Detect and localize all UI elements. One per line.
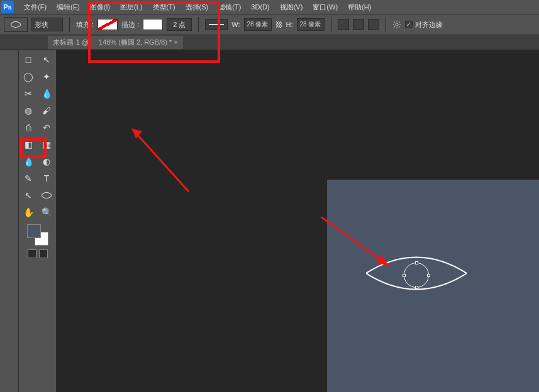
pen-tool[interactable]: ✎ bbox=[19, 170, 37, 187]
fill-label: 填充 : bbox=[76, 20, 94, 30]
foreground-color-swatch[interactable] bbox=[27, 224, 41, 238]
eraser-tool[interactable]: ◧ bbox=[19, 136, 37, 153]
gradient-tool[interactable]: ▦ bbox=[38, 136, 55, 153]
path-combine-button[interactable] bbox=[338, 19, 349, 30]
anchor-point[interactable] bbox=[403, 274, 406, 277]
active-tool-icon[interactable] bbox=[4, 17, 28, 32]
workspace: □ ↖ ◯ ✦ ✂ 💧 ◍ 🖌 ⎙ ↶ ◧ ▦ 💧 ◐ ✎ T ↖ ✋ 🔍 bbox=[0, 50, 539, 392]
stroke-swatch[interactable] bbox=[143, 19, 163, 30]
magic-wand-tool[interactable]: ✦ bbox=[38, 68, 55, 85]
menu-select[interactable]: 选择(S) bbox=[181, 3, 214, 12]
path-align-button[interactable] bbox=[353, 19, 364, 30]
blur-tool[interactable]: 💧 bbox=[19, 153, 37, 170]
document-tab-2[interactable]: 148% (椭圆 2, RGB/8) * × bbox=[94, 36, 183, 49]
eyedropper-tool[interactable]: 💧 bbox=[38, 85, 55, 102]
path-selection-tool[interactable]: ↖ bbox=[19, 187, 37, 204]
menu-type[interactable]: 类型(T) bbox=[148, 3, 181, 12]
svg-point-0 bbox=[395, 23, 397, 26]
anchor-point[interactable] bbox=[415, 286, 418, 289]
menu-help[interactable]: 帮助(H) bbox=[343, 3, 376, 12]
shape-tool[interactable] bbox=[38, 187, 55, 204]
anchor-point[interactable] bbox=[427, 274, 430, 277]
link-wh-icon[interactable]: ⛓ bbox=[275, 21, 282, 28]
history-brush-tool[interactable]: ↶ bbox=[38, 119, 55, 136]
stroke-width-input[interactable]: 2 点 bbox=[167, 18, 192, 31]
healing-tool[interactable]: ◍ bbox=[19, 102, 37, 119]
ellipse-icon bbox=[42, 192, 52, 199]
svg-line-7 bbox=[394, 26, 394, 27]
options-bar: 形状 填充 : 描边 : 2 点 W: 28 像素 ⛓ H: 28 像素 ✓ 对… bbox=[0, 14, 539, 35]
svg-line-6 bbox=[399, 26, 399, 27]
align-edges-checkbox[interactable]: ✓ 对齐边缘 bbox=[405, 20, 443, 30]
menubar: Ps 文件(F) 编辑(E) 图像(I) 图层(L) 类型(T) 选择(S) 滤… bbox=[0, 0, 539, 14]
svg-line-5 bbox=[394, 22, 394, 23]
document-tabbar: 未标题-1 @ 148% (椭圆 2, RGB/8) * × bbox=[0, 35, 539, 50]
separator bbox=[198, 17, 199, 32]
width-label: W: bbox=[231, 21, 240, 28]
separator bbox=[331, 17, 331, 32]
color-swatches[interactable] bbox=[27, 224, 48, 246]
toolbar: □ ↖ ◯ ✦ ✂ 💧 ◍ 🖌 ⎙ ↶ ◧ ▦ 💧 ◐ ✎ T ↖ ✋ 🔍 bbox=[19, 50, 57, 392]
menu-filter[interactable]: 滤镜(T) bbox=[213, 3, 246, 12]
document-tab-1[interactable]: 未标题-1 @ bbox=[48, 36, 94, 49]
separator bbox=[69, 17, 70, 32]
lasso-tool[interactable]: ◯ bbox=[19, 68, 37, 85]
stamp-tool[interactable]: ⎙ bbox=[19, 119, 37, 136]
eye-pupil-ellipse[interactable] bbox=[404, 263, 429, 288]
stroke-label: 描边 : bbox=[121, 20, 139, 30]
menu-file[interactable]: 文件(F) bbox=[19, 3, 52, 12]
brush-tool[interactable]: 🖌 bbox=[38, 102, 55, 119]
gear-icon[interactable] bbox=[392, 20, 401, 29]
svg-line-8 bbox=[399, 22, 399, 23]
height-label: H: bbox=[286, 21, 293, 28]
stroke-line-icon bbox=[209, 24, 224, 25]
width-input[interactable]: 28 像素 bbox=[244, 18, 272, 31]
ps-logo: Ps bbox=[1, 1, 14, 13]
marquee-tool[interactable]: □ bbox=[19, 52, 37, 68]
canvas[interactable] bbox=[327, 180, 539, 392]
height-input[interactable]: 28 像素 bbox=[297, 18, 325, 31]
quick-mask-button[interactable] bbox=[28, 249, 36, 258]
path-arrange-button[interactable] bbox=[368, 19, 379, 30]
menu-layer[interactable]: 图层(L) bbox=[115, 3, 147, 12]
menu-image[interactable]: 图像(I) bbox=[85, 3, 115, 12]
separator bbox=[386, 17, 386, 32]
zoom-tool[interactable]: 🔍 bbox=[38, 204, 55, 220]
anchor-point[interactable] bbox=[415, 261, 418, 264]
menu-edit[interactable]: 编辑(E) bbox=[52, 3, 85, 12]
menu-window[interactable]: 窗口(W) bbox=[308, 3, 343, 12]
type-tool[interactable]: T bbox=[38, 170, 55, 187]
dodge-tool[interactable]: ◐ bbox=[38, 153, 55, 170]
canvas-area[interactable] bbox=[57, 50, 539, 392]
fill-swatch[interactable] bbox=[97, 19, 118, 30]
ellipse-icon bbox=[11, 21, 21, 28]
align-edges-label: 对齐边缘 bbox=[415, 20, 443, 30]
crop-tool[interactable]: ✂ bbox=[19, 85, 37, 102]
tool-mode-dropdown[interactable]: 形状 bbox=[31, 18, 63, 31]
checkbox-icon: ✓ bbox=[405, 21, 413, 28]
move-tool[interactable]: ↖ bbox=[38, 52, 55, 68]
menu-view[interactable]: 视图(V) bbox=[275, 3, 308, 12]
collapsed-panel-strip[interactable] bbox=[0, 50, 19, 392]
hand-tool[interactable]: ✋ bbox=[19, 204, 37, 220]
menu-3d[interactable]: 3D(D) bbox=[246, 3, 274, 11]
screen-mode-button[interactable] bbox=[39, 249, 48, 258]
stroke-style-dropdown[interactable] bbox=[205, 19, 228, 30]
